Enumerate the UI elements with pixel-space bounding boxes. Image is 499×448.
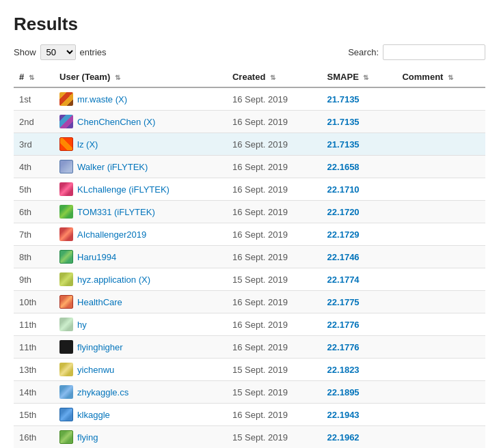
avatar [59, 160, 73, 173]
created-cell: 16 Sept. 2019 [227, 404, 322, 426]
created-cell: 16 Sept. 2019 [227, 201, 322, 223]
user-link[interactable]: zhykaggle.cs [77, 387, 129, 397]
smape-cell: 21.7135 [322, 87, 397, 111]
created-cell: 16 Sept. 2019 [227, 156, 322, 178]
avatar [59, 227, 73, 241]
user-link[interactable]: hyz.application (X) [77, 275, 150, 285]
entries-label: entries [80, 47, 107, 57]
smape-cell: 22.1774 [322, 268, 397, 291]
smape-link[interactable]: 22.1774 [327, 275, 360, 285]
entries-per-page-select[interactable]: 50 10 25 100 [40, 44, 76, 60]
col-created[interactable]: Created ⇅ [227, 67, 322, 87]
avatar [59, 430, 73, 444]
avatar [59, 363, 73, 376]
user-link[interactable]: ChenChenChen (X) [77, 117, 155, 127]
user-link[interactable]: flyinghigher [77, 342, 123, 352]
smape-link[interactable]: 22.1823 [327, 365, 360, 375]
user-link[interactable]: AIchallenger2019 [77, 229, 146, 240]
rank-cell: 14th [14, 381, 54, 404]
smape-link[interactable]: 22.1895 [327, 387, 360, 397]
smape-cell: 22.1776 [322, 336, 397, 359]
comment-cell [396, 291, 485, 313]
rank-cell: 13th [14, 359, 54, 381]
col-user[interactable]: User (Team) ⇅ [54, 67, 227, 87]
col-rank[interactable]: # ⇅ [14, 67, 54, 87]
avatar [59, 137, 73, 151]
rank-cell: 4th [14, 156, 54, 178]
table-row: 11thhy16 Sept. 201922.1776 [14, 313, 485, 336]
user-link[interactable]: Haru1994 [77, 252, 116, 262]
created-cell: 16 Sept. 2019 [227, 111, 322, 133]
table-row: 5thKLchallenge (iFLYTEK)16 Sept. 201922.… [14, 178, 485, 201]
table-row: 6thTOM331 (iFLYTEK)16 Sept. 201922.1720 [14, 201, 485, 223]
smape-link[interactable]: 22.1775 [327, 297, 360, 307]
user-link[interactable]: mr.waste (X) [77, 94, 127, 104]
rank-cell: 16th [14, 426, 54, 449]
user-cell: hyz.application (X) [54, 268, 227, 291]
search-box: Search: [348, 44, 485, 60]
rank-cell: 11th [14, 313, 54, 336]
user-link[interactable]: Walker (iFLYTEK) [77, 162, 148, 172]
table-controls: Show 50 10 25 100 entries Search: [14, 44, 485, 60]
table-row: 4thWalker (iFLYTEK)16 Sept. 201922.1658 [14, 156, 485, 178]
user-link[interactable]: TOM331 (iFLYTEK) [77, 207, 155, 217]
smape-link[interactable]: 21.7135 [327, 117, 360, 127]
smape-cell: 22.1729 [322, 223, 397, 246]
rank-cell: 10th [14, 291, 54, 313]
smape-link[interactable]: 22.1720 [327, 207, 360, 217]
user-link[interactable]: lz (X) [77, 139, 98, 150]
smape-cell: 22.1895 [322, 381, 397, 404]
rank-cell: 5th [14, 178, 54, 201]
table-row: 2ndChenChenChen (X)16 Sept. 201921.7135 [14, 111, 485, 133]
user-cell: Haru1994 [54, 246, 227, 268]
user-link[interactable]: flying [77, 432, 98, 443]
rank-cell: 9th [14, 268, 54, 291]
rank-cell: 2nd [14, 111, 54, 133]
created-cell: 16 Sept. 2019 [227, 313, 322, 336]
smape-link[interactable]: 22.1746 [327, 252, 360, 262]
user-cell: zhykaggle.cs [54, 381, 227, 404]
table-row: 16thflying15 Sept. 201922.1962 [14, 426, 485, 449]
user-cell: flying [54, 426, 227, 449]
smape-cell: 22.1962 [322, 426, 397, 449]
smape-cell: 21.7135 [322, 111, 397, 133]
created-cell: 15 Sept. 2019 [227, 381, 322, 404]
col-comment[interactable]: Comment ⇅ [396, 67, 485, 87]
avatar [59, 115, 73, 128]
created-cell: 15 Sept. 2019 [227, 426, 322, 449]
user-link[interactable]: klkaggle [77, 410, 110, 420]
comment-cell [396, 178, 485, 201]
avatar [59, 182, 73, 196]
user-link[interactable]: KLchallenge (iFLYTEK) [77, 184, 170, 195]
created-cell: 16 Sept. 2019 [227, 87, 322, 111]
rank-cell: 6th [14, 201, 54, 223]
avatar [59, 340, 73, 354]
col-smape[interactable]: SMAPE ⇅ [322, 67, 397, 87]
smape-link[interactable]: 22.1729 [327, 229, 360, 240]
sort-icon-smape: ⇅ [363, 74, 368, 81]
smape-link[interactable]: 22.1658 [327, 162, 360, 172]
user-cell: KLchallenge (iFLYTEK) [54, 178, 227, 201]
comment-cell [396, 359, 485, 381]
user-cell: klkaggle [54, 404, 227, 426]
smape-link[interactable]: 21.7135 [327, 139, 360, 150]
user-link[interactable]: hy [77, 320, 87, 330]
created-cell: 16 Sept. 2019 [227, 291, 322, 313]
user-link[interactable]: HealthCare [77, 297, 122, 307]
smape-link[interactable]: 22.1943 [327, 410, 360, 420]
rank-cell: 1st [14, 87, 54, 111]
created-cell: 15 Sept. 2019 [227, 268, 322, 291]
user-cell: lz (X) [54, 133, 227, 156]
smape-cell: 22.1658 [322, 156, 397, 178]
search-input[interactable] [383, 44, 485, 60]
user-link[interactable]: yichenwu [77, 365, 114, 375]
smape-link[interactable]: 22.1710 [327, 184, 360, 195]
avatar [59, 205, 73, 219]
smape-link[interactable]: 21.7135 [327, 94, 360, 104]
smape-link[interactable]: 22.1776 [327, 320, 360, 330]
comment-cell [396, 268, 485, 291]
smape-link[interactable]: 22.1776 [327, 342, 360, 352]
user-cell: hy [54, 313, 227, 336]
comment-cell [396, 404, 485, 426]
smape-link[interactable]: 22.1962 [327, 432, 360, 443]
